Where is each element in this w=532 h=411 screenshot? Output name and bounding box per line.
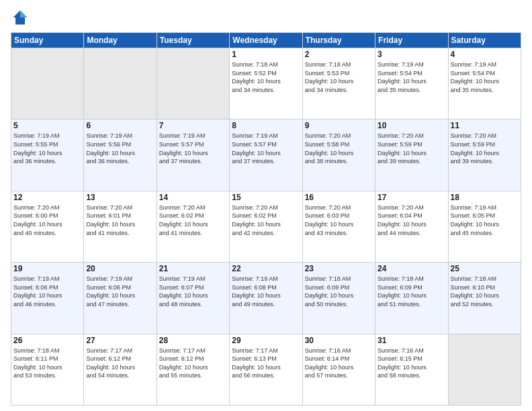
day-cell: 19Sunrise: 7:19 AM Sunset: 6:06 PM Dayli… <box>11 263 84 334</box>
day-info: Sunrise: 7:20 AM Sunset: 6:04 PM Dayligh… <box>378 203 445 237</box>
day-number: 26 <box>13 336 81 345</box>
day-cell: 12Sunrise: 7:20 AM Sunset: 6:00 PM Dayli… <box>11 191 84 262</box>
weekday-header-friday: Friday <box>375 33 448 48</box>
day-number: 16 <box>305 193 373 202</box>
day-info: Sunrise: 7:19 AM Sunset: 5:54 PM Dayligh… <box>378 60 445 94</box>
day-number: 30 <box>305 336 373 345</box>
day-cell: 17Sunrise: 7:20 AM Sunset: 6:04 PM Dayli… <box>375 191 448 262</box>
week-row-1: 1Sunrise: 7:18 AM Sunset: 5:52 PM Daylig… <box>11 48 521 120</box>
day-info: Sunrise: 7:19 AM Sunset: 5:56 PM Dayligh… <box>86 132 154 165</box>
weekday-header-monday: Monday <box>84 33 157 48</box>
svg-marker-1 <box>20 11 28 18</box>
day-info: Sunrise: 7:19 AM Sunset: 6:05 PM Dayligh… <box>451 203 519 237</box>
day-cell: 26Sunrise: 7:18 AM Sunset: 6:11 PM Dayli… <box>11 334 84 405</box>
day-cell: 16Sunrise: 7:20 AM Sunset: 6:03 PM Dayli… <box>302 191 375 262</box>
day-info: Sunrise: 7:20 AM Sunset: 6:02 PM Dayligh… <box>159 203 227 237</box>
day-info: Sunrise: 7:18 AM Sunset: 6:09 PM Dayligh… <box>305 275 373 308</box>
day-info: Sunrise: 7:18 AM Sunset: 5:52 PM Dayligh… <box>232 60 300 94</box>
week-row-4: 19Sunrise: 7:19 AM Sunset: 6:06 PM Dayli… <box>11 263 521 334</box>
day-number: 24 <box>378 264 445 273</box>
day-number: 27 <box>86 336 154 345</box>
day-cell: 20Sunrise: 7:19 AM Sunset: 6:06 PM Dayli… <box>84 263 157 334</box>
weekday-header-wednesday: Wednesday <box>230 33 302 48</box>
day-number: 21 <box>159 264 227 273</box>
day-info: Sunrise: 7:16 AM Sunset: 6:15 PM Dayligh… <box>378 347 445 380</box>
calendar: SundayMondayTuesdayWednesdayThursdayFrid… <box>11 32 521 406</box>
day-number: 12 <box>13 193 81 202</box>
day-cell: 27Sunrise: 7:17 AM Sunset: 6:12 PM Dayli… <box>84 334 157 405</box>
day-number: 22 <box>232 264 300 273</box>
day-cell <box>11 48 84 120</box>
day-cell: 2Sunrise: 7:18 AM Sunset: 5:53 PM Daylig… <box>302 48 375 120</box>
day-cell: 14Sunrise: 7:20 AM Sunset: 6:02 PM Dayli… <box>157 191 229 262</box>
day-cell: 3Sunrise: 7:19 AM Sunset: 5:54 PM Daylig… <box>375 48 448 120</box>
day-number: 7 <box>159 121 227 130</box>
day-number: 18 <box>451 193 519 202</box>
day-cell <box>157 48 229 120</box>
day-number: 2 <box>305 50 373 59</box>
day-info: Sunrise: 7:16 AM Sunset: 6:14 PM Dayligh… <box>305 347 373 380</box>
day-number: 31 <box>378 336 445 345</box>
day-cell: 5Sunrise: 7:19 AM Sunset: 5:55 PM Daylig… <box>11 120 84 191</box>
day-number: 8 <box>232 121 300 130</box>
day-number: 11 <box>451 121 519 130</box>
day-info: Sunrise: 7:18 AM Sunset: 6:11 PM Dayligh… <box>13 347 81 380</box>
day-cell: 22Sunrise: 7:19 AM Sunset: 6:08 PM Dayli… <box>230 263 302 334</box>
day-number: 19 <box>13 264 81 273</box>
day-number: 29 <box>232 336 300 345</box>
day-cell: 21Sunrise: 7:19 AM Sunset: 6:07 PM Dayli… <box>157 263 229 334</box>
day-info: Sunrise: 7:19 AM Sunset: 5:57 PM Dayligh… <box>232 132 300 165</box>
day-cell: 18Sunrise: 7:19 AM Sunset: 6:05 PM Dayli… <box>448 191 521 262</box>
day-number: 23 <box>305 264 373 273</box>
day-info: Sunrise: 7:19 AM Sunset: 6:06 PM Dayligh… <box>13 275 81 308</box>
day-cell: 11Sunrise: 7:20 AM Sunset: 5:59 PM Dayli… <box>448 120 521 191</box>
day-number: 28 <box>159 336 227 345</box>
day-info: Sunrise: 7:18 AM Sunset: 5:53 PM Dayligh… <box>305 60 373 94</box>
day-cell: 24Sunrise: 7:18 AM Sunset: 6:09 PM Dayli… <box>375 263 448 334</box>
logo <box>11 8 32 27</box>
day-number: 5 <box>13 121 81 130</box>
day-cell: 31Sunrise: 7:16 AM Sunset: 6:15 PM Dayli… <box>375 334 448 405</box>
weekday-header-tuesday: Tuesday <box>157 33 229 48</box>
weekday-header-sunday: Sunday <box>11 33 84 48</box>
day-info: Sunrise: 7:20 AM Sunset: 6:01 PM Dayligh… <box>86 203 154 237</box>
day-info: Sunrise: 7:20 AM Sunset: 5:58 PM Dayligh… <box>305 132 373 165</box>
day-info: Sunrise: 7:19 AM Sunset: 5:57 PM Dayligh… <box>159 132 227 165</box>
week-row-3: 12Sunrise: 7:20 AM Sunset: 6:00 PM Dayli… <box>11 191 521 262</box>
day-info: Sunrise: 7:19 AM Sunset: 5:54 PM Dayligh… <box>451 60 519 94</box>
day-number: 15 <box>232 193 300 202</box>
week-row-5: 26Sunrise: 7:18 AM Sunset: 6:11 PM Dayli… <box>11 334 521 405</box>
day-info: Sunrise: 7:19 AM Sunset: 5:55 PM Dayligh… <box>13 132 81 165</box>
day-cell: 10Sunrise: 7:20 AM Sunset: 5:59 PM Dayli… <box>375 120 448 191</box>
day-number: 25 <box>451 264 519 273</box>
day-info: Sunrise: 7:19 AM Sunset: 6:06 PM Dayligh… <box>86 275 154 308</box>
week-row-2: 5Sunrise: 7:19 AM Sunset: 5:55 PM Daylig… <box>11 120 521 191</box>
day-info: Sunrise: 7:19 AM Sunset: 6:07 PM Dayligh… <box>159 275 227 308</box>
day-info: Sunrise: 7:20 AM Sunset: 5:59 PM Dayligh… <box>451 132 519 165</box>
day-cell: 23Sunrise: 7:18 AM Sunset: 6:09 PM Dayli… <box>302 263 375 334</box>
day-cell: 6Sunrise: 7:19 AM Sunset: 5:56 PM Daylig… <box>84 120 157 191</box>
day-number: 4 <box>451 50 519 59</box>
day-cell <box>448 334 521 405</box>
day-cell: 7Sunrise: 7:19 AM Sunset: 5:57 PM Daylig… <box>157 120 229 191</box>
day-cell: 1Sunrise: 7:18 AM Sunset: 5:52 PM Daylig… <box>230 48 302 120</box>
day-number: 20 <box>86 264 154 273</box>
day-number: 9 <box>305 121 373 130</box>
day-number: 1 <box>232 50 300 59</box>
day-cell: 29Sunrise: 7:17 AM Sunset: 6:13 PM Dayli… <box>230 334 302 405</box>
day-info: Sunrise: 7:17 AM Sunset: 6:12 PM Dayligh… <box>86 347 154 380</box>
day-info: Sunrise: 7:17 AM Sunset: 6:12 PM Dayligh… <box>159 347 227 380</box>
day-info: Sunrise: 7:17 AM Sunset: 6:13 PM Dayligh… <box>232 347 300 380</box>
header <box>11 8 521 27</box>
day-cell: 13Sunrise: 7:20 AM Sunset: 6:01 PM Dayli… <box>84 191 157 262</box>
day-info: Sunrise: 7:18 AM Sunset: 6:10 PM Dayligh… <box>451 275 519 308</box>
day-cell: 25Sunrise: 7:18 AM Sunset: 6:10 PM Dayli… <box>448 263 521 334</box>
day-number: 14 <box>159 193 227 202</box>
day-cell: 28Sunrise: 7:17 AM Sunset: 6:12 PM Dayli… <box>157 334 229 405</box>
weekday-header-row: SundayMondayTuesdayWednesdayThursdayFrid… <box>11 33 521 48</box>
day-number: 6 <box>86 121 154 130</box>
day-cell: 9Sunrise: 7:20 AM Sunset: 5:58 PM Daylig… <box>302 120 375 191</box>
day-info: Sunrise: 7:19 AM Sunset: 6:08 PM Dayligh… <box>232 275 300 308</box>
weekday-header-saturday: Saturday <box>448 33 521 48</box>
day-info: Sunrise: 7:20 AM Sunset: 6:02 PM Dayligh… <box>232 203 300 237</box>
